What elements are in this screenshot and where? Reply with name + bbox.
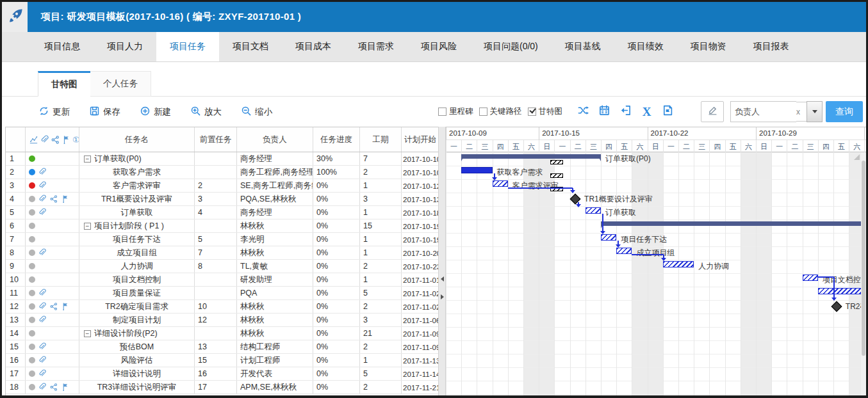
subtab-个人任务[interactable]: 个人任务 xyxy=(90,71,151,97)
column-header-工期[interactable]: 工期 xyxy=(360,127,402,152)
splitter-collapse-left-icon[interactable] xyxy=(441,276,444,282)
mflag-icon[interactable] xyxy=(61,195,70,203)
checkbox-box[interactable] xyxy=(528,107,536,116)
zoom-in-button[interactable]: 放大 xyxy=(190,106,222,118)
badge-①[interactable]: ① xyxy=(72,135,79,145)
clip-icon[interactable] xyxy=(38,315,47,324)
task-name-cell[interactable]: 项目任务下达 xyxy=(79,233,195,246)
gantt-summary-bar[interactable] xyxy=(461,154,601,159)
table-row[interactable]: 4TR1概要设计及评审3PQA,SE,林秋秋0%32017-10-13 xyxy=(6,193,438,206)
column-header-任务名[interactable]: 任务名 xyxy=(79,127,195,152)
clip-icon[interactable] xyxy=(38,302,47,311)
task-name-cell[interactable]: 人力协调 xyxy=(79,260,195,273)
task-name-cell[interactable]: 风险评估 xyxy=(79,354,195,367)
task-name-cell[interactable]: 制定项目计划 xyxy=(79,314,195,326)
gantt-task-bar[interactable] xyxy=(493,180,508,187)
gantt-task-bar-complete[interactable] xyxy=(461,167,492,173)
task-name-cell[interactable]: TR3详细设计说明评审 xyxy=(79,381,195,394)
search-button[interactable]: 查询 xyxy=(826,101,863,122)
gantt-task-bar[interactable] xyxy=(601,234,616,241)
task-name-cell[interactable]: −项目计划阶段 ( P1 ) xyxy=(79,219,195,232)
table-row[interactable]: 2获取客户需求商务工程师,商务经理100%22017-10-10 xyxy=(6,166,438,179)
checkbox-里程碑[interactable]: 里程碑 xyxy=(438,106,473,117)
main-tab-项目文档[interactable]: 项目文档 xyxy=(219,32,282,61)
collapse-toggle[interactable]: − xyxy=(84,155,91,163)
main-tab-项目风险[interactable]: 项目风险 xyxy=(407,32,470,61)
clip-icon[interactable] xyxy=(38,208,47,217)
gantt-task-bar[interactable] xyxy=(663,261,694,267)
main-tab-项目报表[interactable]: 项目报表 xyxy=(740,32,803,61)
task-name-cell[interactable]: TR1概要设计及评审 xyxy=(79,193,195,205)
table-row[interactable]: 16风险评估15计划工程师0%12017-11-13 xyxy=(6,354,438,367)
app-logo[interactable] xyxy=(2,2,28,32)
save-button[interactable]: 保存 xyxy=(89,106,120,118)
table-row[interactable]: 15预估BOM13结构工程师0%22017-11-09 xyxy=(6,340,438,354)
collapse-toggle[interactable]: − xyxy=(84,223,91,230)
gantt-task-bar[interactable] xyxy=(585,207,601,214)
table-row[interactable]: 18TR3详细设计说明评审17APM,SE,林秋秋0%22017-11-21 xyxy=(6,381,438,394)
column-header-前置任务[interactable]: 前置任务 xyxy=(195,127,237,152)
main-tab-项目信息[interactable]: 项目信息 xyxy=(31,32,94,61)
main-tab-项目基线[interactable]: 项目基线 xyxy=(552,32,614,61)
share-icon[interactable] xyxy=(49,302,58,311)
clip-icon[interactable] xyxy=(38,356,47,365)
calendar-button[interactable] xyxy=(598,106,610,118)
vertical-scrollbar[interactable] xyxy=(861,152,866,395)
table-row[interactable]: 17详细设计说明16开发代表0%52017-11-14 xyxy=(6,367,438,381)
table-row[interactable]: 12TR2确定项目需求10林秋秋0%22017-11-02 xyxy=(6,300,438,314)
column-header-任务进度[interactable]: 任务进度 xyxy=(313,127,360,152)
task-name-cell[interactable]: 项目质量保证 xyxy=(79,287,195,299)
table-row[interactable]: 10项目文档控制研发助理0%12017-11-01 xyxy=(6,273,438,287)
table-row[interactable]: 5订单获取4商务经理0%12017-10-18 xyxy=(6,206,438,219)
checkbox-关键路径[interactable]: 关键路径 xyxy=(479,106,522,117)
task-name-cell[interactable]: −订单获取(P0) xyxy=(79,152,195,165)
main-tab-项目成本[interactable]: 项目成本 xyxy=(282,32,345,61)
dropdown-arrow-button[interactable] xyxy=(807,101,823,122)
plus-button[interactable]: 新建 xyxy=(140,106,171,118)
main-tab-项目物资[interactable]: 项目物资 xyxy=(677,32,740,61)
gantt-task-bar[interactable] xyxy=(818,288,866,294)
task-name-cell[interactable]: −详细设计阶段(P2) xyxy=(79,327,195,340)
gantt-milestone-diamond[interactable] xyxy=(831,301,842,312)
table-row[interactable]: 9人力协调8TL,黄敏0%22017-10-23 xyxy=(6,260,438,273)
gantt-milestone-diamond[interactable] xyxy=(570,194,581,205)
clip-icon[interactable] xyxy=(38,289,47,298)
clip-icon[interactable] xyxy=(38,181,47,190)
task-name-cell[interactable]: 预估BOM xyxy=(79,340,195,353)
table-row[interactable]: 11项目质量保证PQA0%52017-11-02 xyxy=(6,287,438,300)
main-tab-项目需求[interactable]: 项目需求 xyxy=(345,32,407,61)
mflag-icon[interactable] xyxy=(61,302,70,311)
mflag-icon[interactable] xyxy=(61,383,70,392)
scrollbar-thumb[interactable] xyxy=(862,161,865,356)
excel-button[interactable]: X xyxy=(641,106,653,118)
checkbox-甘特图[interactable]: 甘特图 xyxy=(528,106,563,117)
table-row[interactable]: 3客户需求评审2SE,商务工程师,商务经理0%12017-10-12 xyxy=(6,179,438,193)
clip-icon[interactable] xyxy=(38,248,47,257)
clip-icon[interactable] xyxy=(38,342,47,351)
pane-splitter[interactable] xyxy=(438,127,446,395)
share-icon[interactable] xyxy=(49,383,58,392)
main-tab-项目绩效[interactable]: 项目绩效 xyxy=(614,32,677,61)
checkbox-box[interactable] xyxy=(479,107,487,116)
main-tab-项目任务[interactable]: 项目任务 xyxy=(156,32,219,61)
clip-icon[interactable] xyxy=(38,383,47,392)
gantt-task-bar[interactable] xyxy=(803,275,818,281)
gantt-summary-bar[interactable] xyxy=(601,221,866,226)
task-name-cell[interactable]: 详细设计说明 xyxy=(79,367,195,380)
collapse-toggle[interactable]: − xyxy=(84,330,91,337)
share-icon[interactable] xyxy=(49,195,58,203)
clip-icon[interactable] xyxy=(38,168,47,177)
shuffle-button[interactable] xyxy=(577,106,589,118)
table-row[interactable]: 6−项目计划阶段 ( P1 )林秋秋0%152017-10-19 xyxy=(6,219,438,233)
column-header-计划开始[interactable]: 计划开始 xyxy=(402,127,438,152)
task-name-cell[interactable]: 订单获取 xyxy=(79,206,195,219)
main-tab-项目人力[interactable]: 项目人力 xyxy=(94,32,156,61)
task-name-cell[interactable]: 获取客户需求 xyxy=(79,166,195,179)
flag-page-button[interactable] xyxy=(662,106,674,118)
task-name-cell[interactable]: 客户需求评审 xyxy=(79,179,195,192)
table-row[interactable]: 8成立项目组7林秋秋0%12017-10-20 xyxy=(6,246,438,260)
gantt-task-bar[interactable] xyxy=(616,248,632,254)
owner-filter-value[interactable]: 负责人 xyxy=(730,101,796,122)
refresh-button[interactable]: 更新 xyxy=(38,106,70,118)
clear-filter-button[interactable]: x xyxy=(796,102,807,122)
